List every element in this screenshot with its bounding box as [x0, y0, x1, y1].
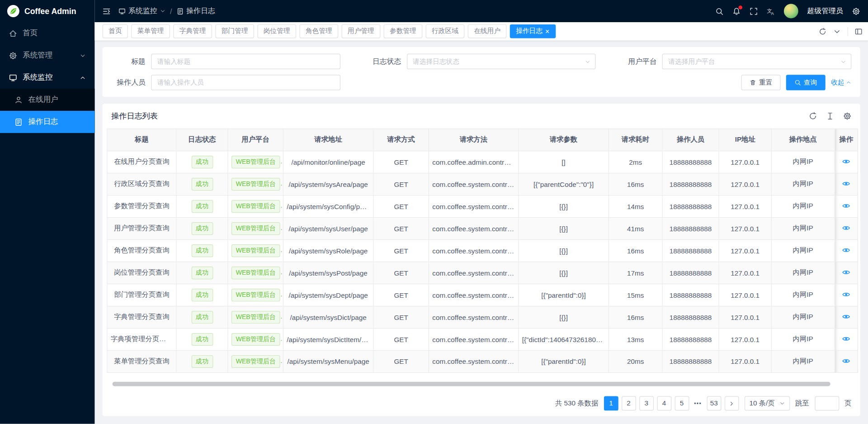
view-detail-eye-icon[interactable] — [842, 290, 850, 298]
app-logo[interactable]: Coffee Admin — [0, 0, 94, 22]
main-area: 系统监控 / 操作日志 文A 超级管理员 — [94, 0, 868, 424]
table-row: 角色管理分页查询成功WEB管理后台/api/system/sysRole/pag… — [107, 240, 858, 262]
sidebar-item-system-management[interactable]: 系统管理 — [0, 44, 94, 67]
view-detail-eye-icon[interactable] — [842, 224, 850, 232]
horizontal-scrollbar[interactable] — [111, 382, 851, 386]
next-page-button[interactable] — [724, 396, 739, 411]
page-button-4[interactable]: 4 — [657, 396, 671, 411]
status-badge: 成功 — [191, 245, 213, 257]
tab-item[interactable]: 部门管理 — [215, 24, 254, 38]
refresh-table-icon[interactable] — [809, 112, 817, 120]
title-filter-input[interactable] — [151, 54, 340, 69]
breadcrumb-item-operation-log[interactable]: 操作日志 — [176, 6, 215, 16]
sidebar-item-online-users[interactable]: 在线用户 — [0, 89, 94, 111]
page-button-3[interactable]: 3 — [639, 396, 654, 411]
tab-item[interactable]: 字典管理 — [173, 24, 212, 38]
view-detail-eye-icon[interactable] — [842, 179, 850, 187]
column-header: 请求方法 — [429, 129, 518, 151]
tab-item[interactable]: 首页 — [103, 24, 128, 38]
notification-bell-icon[interactable] — [732, 7, 741, 15]
log-status-filter-label: 日志状态 — [367, 57, 406, 67]
page-size-select[interactable]: 10 条/页 — [744, 396, 789, 411]
query-button[interactable]: 查询 — [786, 75, 826, 90]
document-icon — [176, 8, 184, 15]
cell-platform: WEB管理后台 — [228, 306, 283, 329]
cell-actions — [835, 195, 858, 218]
cell-request-params: [{"parentId":0}] — [519, 284, 609, 306]
row-density-icon[interactable] — [826, 112, 834, 120]
settings-gear-icon[interactable] — [852, 7, 860, 15]
tab-item[interactable]: 在线用户 — [468, 24, 507, 38]
log-table: 标题日志状态用户平台请求地址请求方式请求方法请求参数请求耗时操作人员IP地址操作… — [103, 129, 860, 373]
view-detail-eye-icon[interactable] — [842, 246, 850, 254]
chevron-up-icon — [846, 80, 851, 85]
view-detail-eye-icon[interactable] — [842, 268, 850, 276]
query-button-label: 查询 — [804, 78, 817, 87]
filter-row: 操作人员 重置 查询 收起 — [111, 75, 851, 90]
status-badge: 成功 — [191, 223, 213, 235]
layout-toggle-icon[interactable] — [855, 28, 863, 35]
tab-item[interactable]: 参数管理 — [384, 24, 423, 38]
sidebar-item-home[interactable]: 首页 — [0, 22, 94, 44]
status-badge: 成功 — [191, 333, 213, 345]
view-detail-eye-icon[interactable] — [842, 312, 850, 320]
avatar[interactable] — [784, 4, 798, 19]
cell-ip-address: 127.0.0.1 — [719, 218, 771, 240]
page-button-5[interactable]: 5 — [675, 396, 689, 411]
tab-item[interactable]: 行政区域 — [426, 24, 465, 38]
view-detail-eye-icon[interactable] — [842, 157, 850, 165]
tab-close-icon[interactable]: × — [545, 28, 549, 35]
cell-location: 内网IP — [771, 262, 835, 284]
refresh-tab-icon[interactable] — [819, 28, 826, 35]
tab-item[interactable]: 菜单管理 — [131, 24, 170, 38]
cell-request-method: GET — [373, 195, 429, 218]
scrollbar-thumb[interactable] — [113, 382, 830, 386]
user-platform-select[interactable]: 请选择用户平台 — [662, 54, 851, 69]
cell-request-url: /api/system/sysDictItem/pa... — [283, 329, 373, 351]
menu-fold-icon[interactable] — [103, 7, 111, 15]
sidebar-item-operation-log[interactable]: 操作日志 — [0, 111, 94, 133]
cell-request-method: GET — [373, 218, 429, 240]
cell-operator: 18888888888 — [662, 262, 719, 284]
jump-page-input[interactable] — [815, 396, 839, 411]
tab-item[interactable]: 岗位管理 — [257, 24, 296, 38]
tab-item[interactable]: 角色管理 — [299, 24, 338, 38]
select-placeholder: 请选择用户平台 — [668, 57, 715, 67]
column-settings-icon[interactable] — [843, 112, 851, 120]
view-detail-eye-icon[interactable] — [842, 201, 850, 210]
log-status-select[interactable]: 请选择日志状态 — [407, 54, 596, 69]
username[interactable]: 超级管理员 — [807, 6, 843, 16]
sidebar-item-system-monitor[interactable]: 系统监控 — [0, 67, 94, 89]
cell-operator: 18888888888 — [662, 329, 719, 351]
sidebar-item-label: 操作日志 — [28, 117, 85, 127]
pagination-ellipsis[interactable]: ••• — [692, 400, 703, 406]
sidebar-item-label: 系统管理 — [23, 50, 74, 60]
tab-item-active[interactable]: 操作日志× — [510, 24, 556, 38]
page-button-2[interactable]: 2 — [622, 396, 636, 411]
search-icon[interactable] — [715, 7, 723, 15]
collapse-link[interactable]: 收起 — [831, 78, 851, 87]
cell-location: 内网IP — [771, 306, 835, 329]
cell-request-url: /api/system/sysArea/page — [283, 173, 373, 195]
page-button-1[interactable]: 1 — [604, 396, 618, 411]
cell-request-method: GET — [373, 173, 429, 195]
gear-icon — [9, 51, 17, 59]
breadcrumb-item-system-monitor[interactable]: 系统监控 — [118, 6, 165, 16]
cell-request-duration: 14ms — [609, 195, 662, 218]
tab-label: 在线用户 — [474, 27, 500, 36]
tab-menu-chevron-icon[interactable] — [833, 28, 841, 35]
cell-platform: WEB管理后台 — [228, 329, 283, 351]
cell-request-url: /api/system/sysUser/page — [283, 218, 373, 240]
view-detail-eye-icon[interactable] — [842, 357, 850, 365]
fullscreen-icon[interactable] — [750, 7, 758, 15]
cell-request-params: [{}] — [519, 240, 609, 262]
cell-request-params: [{"dictId":140647326180950... — [519, 329, 609, 351]
user-icon — [14, 95, 23, 104]
tab-item[interactable]: 用户管理 — [342, 24, 381, 38]
cell-title: 角色管理分页查询 — [107, 240, 176, 262]
view-detail-eye-icon[interactable] — [842, 334, 850, 343]
translate-icon[interactable]: 文A — [767, 7, 775, 15]
reset-button[interactable]: 重置 — [741, 75, 781, 90]
operator-filter-input[interactable] — [151, 75, 340, 90]
page-button-53[interactable]: 53 — [707, 396, 721, 411]
